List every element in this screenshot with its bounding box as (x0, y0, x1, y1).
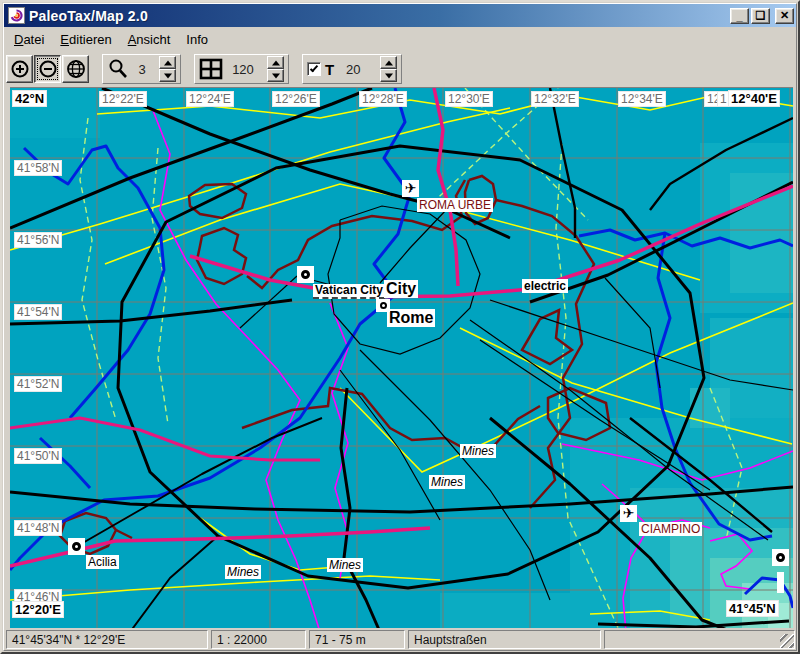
status-scale: 1 : 22000 (211, 630, 306, 649)
grid-icon (199, 58, 223, 80)
zoom-in-button[interactable] (6, 55, 33, 83)
place-label: City (384, 280, 418, 298)
place-label: Rome (387, 309, 435, 327)
zoom-out-icon (38, 59, 58, 79)
app-icon (8, 7, 25, 24)
place-label: Acilia (86, 555, 119, 569)
grid-group: 120 (194, 54, 289, 84)
place-label: Mines (327, 558, 363, 572)
maximize-icon: ❑ (752, 9, 769, 22)
grid-spin-up-icon[interactable] (267, 56, 284, 69)
airport-icon: ✈ (620, 505, 637, 522)
zoom-in-icon (10, 59, 30, 79)
grid-spacing-value: 120 (223, 62, 263, 77)
map-canvas[interactable]: 42°N12°22'E12°24'E12°26'E12°28'E12°30'E1… (10, 87, 793, 632)
globe-button[interactable] (62, 55, 89, 83)
airport-icon: ✈ (402, 180, 419, 197)
text-spin-down-icon[interactable] (380, 69, 397, 82)
minimize-icon: _ (731, 9, 748, 22)
coordinate-label: 41°48'N (14, 520, 62, 536)
status-elevation: 71 - 75 m (309, 630, 405, 649)
close-icon: ✕ (776, 9, 793, 22)
coordinate-label: 12°28'E (359, 91, 407, 107)
status-layer: Hauptstraßen (408, 630, 601, 649)
status-bar: 41°45'34"N * 12°29'E 1 : 22000 71 - 75 m… (4, 628, 796, 650)
magnifier-icon (107, 58, 129, 80)
magnifier-value: 3 (129, 62, 155, 77)
close-button[interactable]: ✕ (775, 8, 794, 24)
town-marker-icon (376, 299, 390, 312)
magnifier-spinner (159, 56, 176, 82)
maximize-button[interactable]: ❑ (751, 8, 770, 24)
town-marker-icon (772, 549, 789, 566)
magnifier-spin-down-icon[interactable] (159, 69, 176, 82)
coordinate-label: 12°40'E (728, 90, 780, 107)
menu-editieren[interactable]: Editieren (52, 30, 119, 49)
app-window: PaleoTax/Map 2.0 _ ❑ ✕ Datei Editieren A… (0, 0, 800, 654)
text-spin-up-icon[interactable] (380, 56, 397, 69)
coordinate-label: 41°56'N (14, 232, 62, 248)
zoom-out-button[interactable] (34, 55, 61, 83)
place-label: ROMA URBE (417, 198, 493, 212)
place-label: Mines (225, 565, 261, 579)
text-spinner (380, 56, 397, 82)
coordinate-label: 41°52'N (14, 376, 62, 392)
place-label: electric (522, 279, 568, 293)
globe-icon (66, 59, 86, 79)
toolbar: 3 120 T 20 (6, 51, 794, 87)
minimize-button[interactable]: _ (730, 8, 749, 24)
town-marker-icon (297, 266, 314, 283)
grid-spin-down-icon[interactable] (267, 69, 284, 82)
coordinate-label: 12°22'E (99, 91, 147, 107)
place-label: Mines (460, 444, 496, 458)
coordinate-label: 41°45'N (726, 600, 779, 617)
coordinate-label: 12°30'E (445, 91, 493, 107)
resize-grip-icon[interactable] (780, 634, 794, 648)
text-label: T (325, 61, 334, 78)
coordinate-label: 12°32'E (531, 91, 579, 107)
window-title: PaleoTax/Map 2.0 (29, 8, 730, 24)
coordinate-label: 12°24'E (186, 91, 234, 107)
text-size-value: 20 (340, 62, 366, 77)
map-overlay: 42°N12°22'E12°24'E12°26'E12°28'E12°30'E1… (10, 88, 793, 632)
checkmark-icon (310, 64, 318, 73)
menu-info[interactable]: Info (178, 30, 216, 49)
coordinate-label: 42°N (12, 90, 47, 107)
coordinate-label: 41°54'N (14, 304, 62, 320)
menu-bar: Datei Editieren Ansicht Info (6, 29, 794, 50)
coordinate-label: 12°20'E (12, 601, 64, 618)
grid-spinner (267, 56, 284, 82)
place-label: Mines (429, 475, 465, 489)
status-empty (604, 630, 795, 649)
menu-datei[interactable]: Datei (6, 30, 52, 49)
coordinate-label: 41°58'N (14, 160, 62, 176)
place-label: CIAMPINO (639, 522, 702, 536)
place-label: Vatican City (313, 284, 385, 299)
text-size-group: T 20 (302, 54, 402, 84)
magnifier-group: 3 (102, 54, 181, 84)
menu-ansicht[interactable]: Ansicht (120, 30, 179, 49)
coordinate-label: 41°50'N (14, 448, 62, 464)
coordinate-label: 12°34'E (618, 91, 666, 107)
status-position: 41°45'34"N * 12°29'E (6, 630, 208, 649)
bar-marker-icon (777, 572, 784, 593)
magnifier-spin-up-icon[interactable] (159, 56, 176, 69)
coordinate-label: 12°26'E (272, 91, 320, 107)
town-marker-icon (68, 538, 85, 555)
title-bar[interactable]: PaleoTax/Map 2.0 _ ❑ ✕ (4, 4, 796, 27)
text-checkbox[interactable] (307, 62, 321, 76)
